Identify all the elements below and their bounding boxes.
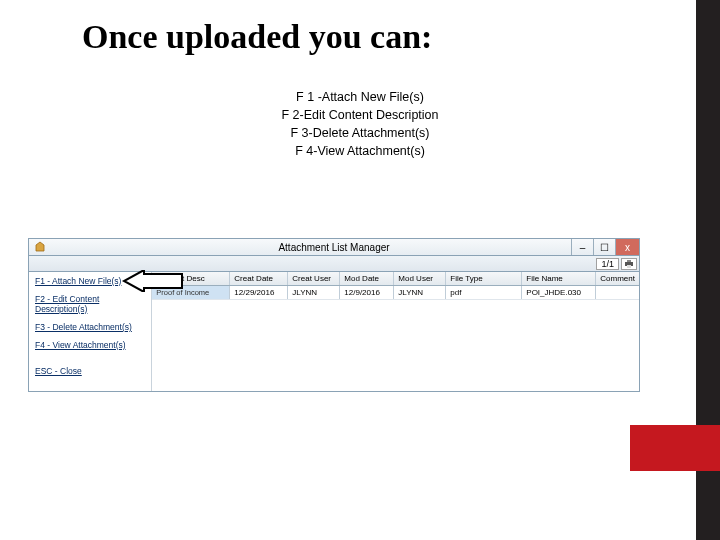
cell-file-name: POI_JHDE.030 — [522, 286, 596, 299]
attachment-window: Attachment List Manager – ☐ x 1/1 F1 - A… — [28, 238, 640, 392]
sidebar-close[interactable]: ESC - Close — [35, 366, 145, 376]
sidebar-delete[interactable]: F3 - Delete Attachment(s) — [35, 322, 145, 332]
cell-create-date: 12/29/2016 — [230, 286, 288, 299]
sidebar-attach-new[interactable]: F1 - Attach New File(s) — [35, 276, 145, 286]
col-content-desc[interactable]: Content Desc — [152, 272, 230, 285]
window-title: Attachment List Manager — [278, 242, 389, 253]
sidebar-edit-desc[interactable]: F2 - Edit Content Description(s) — [35, 294, 145, 314]
col-mod-user[interactable]: Mod User — [394, 272, 446, 285]
maximize-button[interactable]: ☐ — [593, 239, 615, 255]
bullet-f4: F 4-View Attachment(s) — [0, 142, 720, 160]
bullet-list: F 1 -Attach New File(s) F 2-Edit Content… — [0, 88, 720, 161]
cell-create-user: JLYNN — [288, 286, 340, 299]
svg-rect-1 — [627, 260, 631, 262]
bullet-f3: F 3-Delete Attachment(s) — [0, 124, 720, 142]
titlebar: Attachment List Manager – ☐ x — [28, 238, 640, 256]
bullet-f2: F 2-Edit Content Description — [0, 106, 720, 124]
grid-header: Content Desc Creat Date Creat User Mod D… — [152, 272, 639, 286]
col-create-date[interactable]: Creat Date — [230, 272, 288, 285]
action-sidebar: F1 - Attach New File(s) F2 - Edit Conten… — [29, 272, 152, 391]
close-button[interactable]: x — [615, 239, 639, 255]
col-comment[interactable]: Comment — [596, 272, 639, 285]
window-controls: – ☐ x — [571, 239, 639, 255]
sidebar-view[interactable]: F4 - View Attachment(s) — [35, 340, 145, 350]
record-counter: 1/1 — [596, 258, 619, 270]
slide-title: Once uploaded you can: — [82, 18, 432, 56]
cell-mod-user: JLYNN — [394, 286, 446, 299]
cell-file-type: pdf — [446, 286, 522, 299]
accent-bar — [696, 0, 720, 540]
bullet-f1: F 1 -Attach New File(s) — [0, 88, 720, 106]
cell-mod-date: 12/9/2016 — [340, 286, 394, 299]
table-row[interactable]: Proof of Income 12/29/2016 JLYNN 12/9/20… — [152, 286, 639, 300]
toolbar: 1/1 — [28, 256, 640, 272]
col-create-user[interactable]: Creat User — [288, 272, 340, 285]
cell-comment — [596, 286, 639, 299]
minimize-button[interactable]: – — [571, 239, 593, 255]
attachment-grid: Content Desc Creat Date Creat User Mod D… — [152, 272, 639, 391]
window-body: F1 - Attach New File(s) F2 - Edit Conten… — [28, 272, 640, 392]
app-icon — [33, 240, 47, 254]
col-file-type[interactable]: File Type — [446, 272, 522, 285]
svg-rect-2 — [627, 265, 631, 268]
print-icon[interactable] — [621, 258, 637, 270]
col-file-name[interactable]: File Name — [522, 272, 596, 285]
accent-red-block — [630, 425, 720, 471]
col-mod-date[interactable]: Mod Date — [340, 272, 394, 285]
cell-content-desc: Proof of Income — [152, 286, 230, 299]
